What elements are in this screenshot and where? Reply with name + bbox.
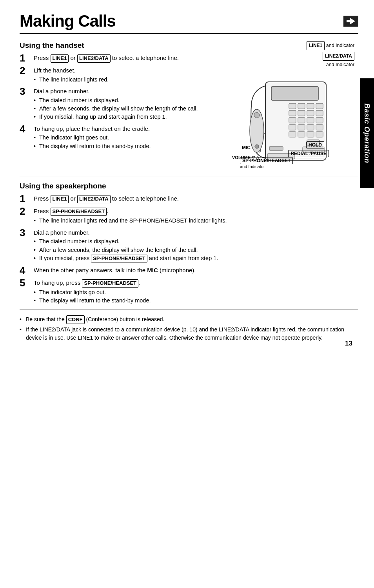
step-number-3: 3 (20, 86, 34, 96)
hold-label-diag: HOLD (306, 141, 324, 148)
svg-rect-20 (298, 132, 305, 137)
redial-label-diag: REDIAL /PAUSE (288, 150, 329, 157)
sp-step-3: 3 Dial a phone number. The dialed number… (20, 228, 358, 263)
step-content-1: Press LINE1 or LINE2/DATA to select a te… (34, 54, 200, 63)
diagram-top-labels: LINE1 and Indicator LINE2/DATAand Indica… (204, 41, 358, 69)
sp-phone-key3: SP-PHONE/HEADSET (82, 279, 138, 288)
sp-step5-bullets: The indicator lights go out. The display… (34, 288, 358, 305)
svg-rect-17 (307, 125, 314, 130)
svg-rect-5 (307, 103, 314, 109)
svg-point-25 (254, 112, 260, 118)
svg-rect-14 (316, 118, 323, 123)
step-content-3: Dial a phone number. The dialed number i… (34, 87, 200, 121)
svg-rect-12 (298, 118, 305, 123)
notes-section: Be sure that the CONF (Conference) butto… (20, 315, 358, 342)
step4-bullets: The indicator light goes out. The displa… (34, 134, 200, 150)
sp-step2-bullets: The line indicator lights red and the SP… (34, 217, 358, 224)
sp-step-content-4: When the other party answers, talk into … (34, 266, 358, 275)
sp-step3-main: Dial a phone number. (34, 228, 358, 237)
sp-step5-main: To hang up, press SP-PHONE/HEADSET. (34, 279, 358, 288)
handset-step-4: 4 To hang up, place the handset on the c… (20, 125, 200, 150)
note-2: If the LINE2/DATA jack is connected to a… (20, 326, 358, 342)
step4-main: To hang up, place the handset on the cra… (34, 125, 200, 133)
svg-marker-0 (347, 18, 355, 25)
step3-bullet-3: If you misdial, hang up and start again … (34, 113, 200, 121)
sp-step3-bullet-2: After a few seconds, the display will sh… (34, 246, 358, 254)
phone-svg-container: MIC HOLD REDIAL /PAUSE VOLUME ▽ △ SP-PHO… (230, 70, 332, 172)
arrow-icon (343, 16, 358, 27)
line2data-key: LINE2/DATA (77, 54, 111, 63)
svg-rect-21 (307, 132, 314, 137)
phone-diagram-area: LINE1 and Indicator LINE2/DATAand Indica… (204, 41, 358, 172)
step4-bullet-1: The indicator light goes out. (34, 134, 200, 141)
mic-label: MIC (242, 145, 251, 150)
handset-step-1: 1 Press LINE1 or LINE2/DATA to select a … (20, 54, 200, 63)
sp-line1-key: LINE1 (51, 195, 69, 203)
sp-step-5: 5 To hang up, press SP-PHONE/HEADSET. Th… (20, 279, 358, 305)
page-title: Making Calls (20, 12, 116, 31)
line1-diagram-label: LINE1 and Indicator (204, 41, 354, 50)
step3-bullet-1: The dialed number is displayed. (34, 96, 200, 104)
speakerphone-section: Using the speakerphone 1 Press LINE1 or … (20, 182, 358, 305)
svg-rect-9 (307, 110, 314, 116)
step-number-2: 2 (20, 65, 34, 76)
svg-rect-7 (289, 110, 296, 116)
sp-step-1: 1 Press LINE1 or LINE2/DATA to select a … (20, 194, 358, 204)
step3-bullet-2: After a few seconds, the display will sh… (34, 105, 200, 112)
svg-rect-15 (289, 125, 296, 130)
sp-step-number-3: 3 (20, 228, 34, 238)
sp-step-content-3: Dial a phone number. The dialed number i… (34, 228, 358, 263)
sp-step-content-1: Press LINE1 or LINE2/DATA to select a te… (34, 194, 358, 203)
sp-step-number-2: 2 (20, 206, 34, 216)
sp-step-4: 4 When the other party answers, talk int… (20, 266, 358, 275)
sp-phone-key: SP-PHONE/HEADSET (51, 208, 107, 216)
step2-main: Lift the handset. (34, 66, 200, 75)
line1-key: LINE1 (51, 54, 69, 63)
line2data-box: LINE2/DATA (323, 52, 354, 61)
sp-line2data-key: LINE2/DATA (77, 195, 111, 203)
step-content-4: To hang up, place the handset on the cra… (34, 125, 200, 150)
page-number: 13 (345, 340, 352, 347)
svg-point-24 (255, 145, 259, 148)
title-area: Making Calls (20, 12, 358, 34)
sidebar-label: Basic Operation (363, 103, 371, 163)
sp-step3-bullet-3: If you misdial, press SP-PHONE/HEADSET a… (34, 254, 358, 262)
sp-step5-bullet-2: The display will return to the stand-by … (34, 297, 358, 304)
svg-rect-13 (307, 118, 314, 123)
sp-step4-text: When the other party answers, talk into … (34, 267, 196, 273)
sp-phone-label-diag: SP-PHONE/HEADSET and Indicator (240, 157, 293, 169)
svg-rect-26 (269, 147, 283, 150)
notes-divider (20, 309, 358, 310)
line2-diagram-label: LINE2/DATAand Indicator (204, 52, 354, 69)
sp-step-number-4: 4 (20, 265, 34, 275)
sp-step5-bullet-1: The indicator lights go out. (34, 288, 358, 296)
svg-rect-3 (289, 103, 296, 109)
speakerphone-heading: Using the speakerphone (20, 182, 358, 190)
handset-step-3: 3 Dial a phone number. The dialed number… (20, 87, 200, 121)
conf-key: CONF (66, 315, 85, 324)
step-number-1: 1 (20, 53, 34, 63)
step2-bullet-1: The line indicator lights red. (34, 76, 200, 83)
section-divider (20, 177, 358, 177)
handset-step-2: 2 Lift the handset. The line indicator l… (20, 66, 200, 84)
svg-rect-22 (316, 132, 323, 137)
svg-rect-18 (316, 125, 323, 130)
note-1: Be sure that the CONF (Conference) butto… (20, 315, 358, 324)
sp-step3-bullets: The dialed number is displayed. After a … (34, 237, 358, 262)
sp-phone-key2: SP-PHONE/HEADSET (91, 255, 147, 262)
step-content-2: Lift the handset. The line indicator lig… (34, 66, 200, 84)
sidebar: Basic Operation (360, 78, 374, 188)
sp-step-2: 2 Press SP-PHONE/HEADSET. The line indic… (20, 207, 358, 225)
step3-main: Dial a phone number. (34, 87, 200, 96)
sp-step2-main: Press SP-PHONE/HEADSET. (34, 207, 358, 216)
svg-rect-8 (298, 110, 305, 116)
handset-section: Using the handset 1 Press LINE1 or LINE2… (20, 41, 358, 172)
line1-box: LINE1 (307, 41, 325, 50)
sp-step3-bullet-1: The dialed number is displayed. (34, 237, 358, 245)
svg-rect-16 (298, 125, 305, 130)
step1-text: Press LINE1 or LINE2/DATA to select a te… (34, 54, 179, 61)
handset-steps: Using the handset 1 Press LINE1 or LINE2… (20, 41, 200, 172)
sp-step-content-2: Press SP-PHONE/HEADSET. The line indicat… (34, 207, 358, 225)
svg-rect-10 (316, 110, 323, 116)
svg-rect-6 (316, 103, 323, 109)
